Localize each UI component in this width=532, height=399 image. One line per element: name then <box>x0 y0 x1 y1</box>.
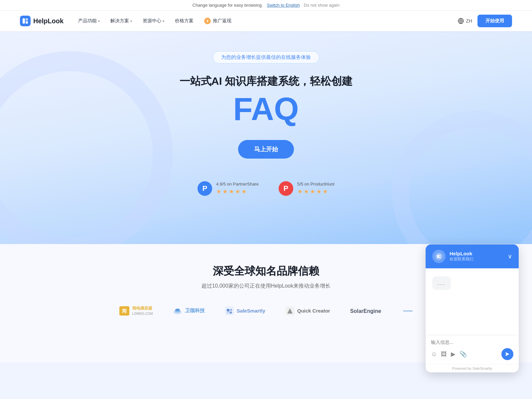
nav-item-solutions[interactable]: 解决方案 ▾ <box>106 15 136 27</box>
chat-minimize-button[interactable]: ∨ <box>508 253 512 260</box>
brand-quickcreator: Quick Creator <box>285 306 330 316</box>
logo[interactable]: HelpLook <box>20 16 64 26</box>
language-banner: Change language for easy browsing. Switc… <box>0 0 532 11</box>
send-icon <box>505 351 510 357</box>
svg-rect-14 <box>227 309 229 312</box>
start-button[interactable]: 开始使用 <box>477 15 512 27</box>
chat-actions: ☺ 🖼 ▶ 📎 <box>431 348 513 360</box>
chat-input[interactable] <box>431 339 513 345</box>
partnershare-logo: P <box>198 181 212 196</box>
brand-ldmno: 闻 闻电模拟器LDMNO.COM <box>119 306 153 316</box>
svg-rect-3 <box>26 21 28 24</box>
svg-text:闻: 闻 <box>122 308 127 314</box>
svg-text:SolarEngine: SolarEngine <box>350 308 381 314</box>
chat-welcome: 欢迎联系我们 <box>450 256 504 262</box>
svg-rect-24 <box>439 255 441 256</box>
send-button[interactable] <box>501 348 513 360</box>
producthunt-info: 5/5 on ProductHunt ★ ★ ★ ★ ★ <box>297 182 334 195</box>
language-switcher[interactable]: ZH <box>458 18 472 24</box>
partnershare-stars: ★ ★ ★ ★ ★ <box>216 188 259 195</box>
helplook-avatar-icon <box>435 252 443 260</box>
svg-point-12 <box>175 309 180 311</box>
brand-weiyun: 卫颉科技 <box>173 308 205 314</box>
solarengine-icon: SolarEngine <box>350 307 383 315</box>
emoji-button[interactable]: ☺ <box>431 351 437 358</box>
star-1: ★ <box>297 188 303 195</box>
producthunt-score: 5/5 on ProductHunt <box>297 182 334 187</box>
star-3: ★ <box>310 188 315 195</box>
chat-body: ... <box>426 268 519 335</box>
ratings-row: P 4.9/5 on PartnerShare ★ ★ ★ ★ ★ P 5/5 … <box>198 181 334 196</box>
dismiss-banner-link[interactable]: Do not show again <box>304 3 340 8</box>
attachment-button[interactable]: 📎 <box>460 350 467 358</box>
nav-item-resources[interactable]: 资源中心 ▾ <box>139 15 168 27</box>
chevron-down-icon: ▾ <box>130 19 132 23</box>
chat-avatar <box>432 250 446 263</box>
chat-name: HelpLook <box>450 251 504 256</box>
svg-rect-23 <box>437 255 439 258</box>
video-button[interactable]: ▶ <box>451 350 456 358</box>
star-2: ★ <box>222 188 228 195</box>
producthunt-rating: P 5/5 on ProductHunt ★ ★ ★ ★ ★ <box>279 181 334 196</box>
banner-text: Change language for easy browsing. <box>193 3 263 8</box>
partnershare-score: 4.9/5 on PartnerShare <box>216 182 259 187</box>
chat-widget: HelpLook 欢迎联系我们 ∨ ... ☺ 🖼 ▶ 📎 Powered by… <box>426 244 519 362</box>
star-5: ★ <box>323 188 328 195</box>
chat-input-area: ☺ 🖼 ▶ 📎 <box>426 335 519 362</box>
svg-rect-2 <box>26 18 28 21</box>
hero-cta-button[interactable]: 马上开始 <box>238 140 294 159</box>
star-5: ★ <box>241 188 247 195</box>
star-4: ★ <box>235 188 240 195</box>
svg-rect-17 <box>229 312 232 314</box>
hero-badge: 为您的业务增长提供最佳的在线服务体验 <box>213 51 319 64</box>
nav-right: ZH 开始使用 <box>458 15 512 27</box>
switch-language-link[interactable]: Switch to English <box>267 3 300 8</box>
weiyun-icon <box>173 308 182 314</box>
hero-section: 为您的业务增长提供最佳的在线服务体验 一站式AI 知识库搭建系统，轻松创建 FA… <box>0 31 532 244</box>
image-button[interactable]: 🖼 <box>441 351 447 358</box>
producthunt-logo: P <box>279 181 293 196</box>
partnershare-icon: PartnerShare <box>403 307 413 315</box>
svg-rect-0 <box>20 16 31 26</box>
svg-rect-1 <box>23 18 25 24</box>
producthunt-stars: ★ ★ ★ ★ ★ <box>297 188 334 195</box>
svg-text:PartnerShare: PartnerShare <box>403 310 413 312</box>
hero-faq-text: FAQ <box>233 91 299 127</box>
star-4: ★ <box>316 188 322 195</box>
ldmno-icon: 闻 <box>119 306 129 316</box>
svg-rect-15 <box>230 309 232 311</box>
star-2: ★ <box>304 188 309 195</box>
partnershare-rating: P 4.9/5 on PartnerShare ★ ★ ★ ★ ★ <box>198 181 259 196</box>
star-3: ★ <box>229 188 234 195</box>
brand-solarengine: SolarEngine <box>350 307 383 315</box>
partnershare-info: 4.9/5 on PartnerShare ★ ★ ★ ★ ★ <box>216 182 259 195</box>
salesmartly-icon <box>225 306 234 316</box>
hero-subtitle: 一站式AI 知识库搭建系统，轻松创建 <box>180 74 353 89</box>
chevron-down-icon: ▾ <box>163 19 164 23</box>
coin-icon: ¥ <box>204 18 211 24</box>
star-1: ★ <box>216 188 221 195</box>
nav-item-product[interactable]: 产品功能 ▾ <box>74 15 104 27</box>
quickcreator-icon <box>285 306 295 316</box>
logo-text: HelpLook <box>33 17 64 25</box>
navbar: HelpLook 产品功能 ▾ 解决方案 ▾ 资源中心 ▾ 价格方案 ¥ 推广返… <box>0 11 532 31</box>
lang-label: ZH <box>466 18 472 24</box>
brand-partnershare: PartnerShare <box>403 307 413 315</box>
svg-rect-25 <box>439 257 441 258</box>
nav-links: 产品功能 ▾ 解决方案 ▾ 资源中心 ▾ 价格方案 ¥ 推广返现 <box>74 15 447 27</box>
globe-icon <box>458 18 464 24</box>
logo-icon <box>20 16 31 26</box>
nav-item-promote[interactable]: ¥ 推广返现 <box>200 15 235 27</box>
chevron-down-icon: ▾ <box>98 19 100 23</box>
chat-typing-indicator: ... <box>432 276 451 290</box>
chat-header-info: HelpLook 欢迎联系我们 <box>450 251 504 262</box>
brand-salesmartly: SaleSmartly <box>225 306 265 316</box>
nav-item-pricing[interactable]: 价格方案 <box>171 15 198 27</box>
svg-rect-16 <box>227 312 229 314</box>
chat-header: HelpLook 欢迎联系我们 ∨ <box>426 244 519 268</box>
